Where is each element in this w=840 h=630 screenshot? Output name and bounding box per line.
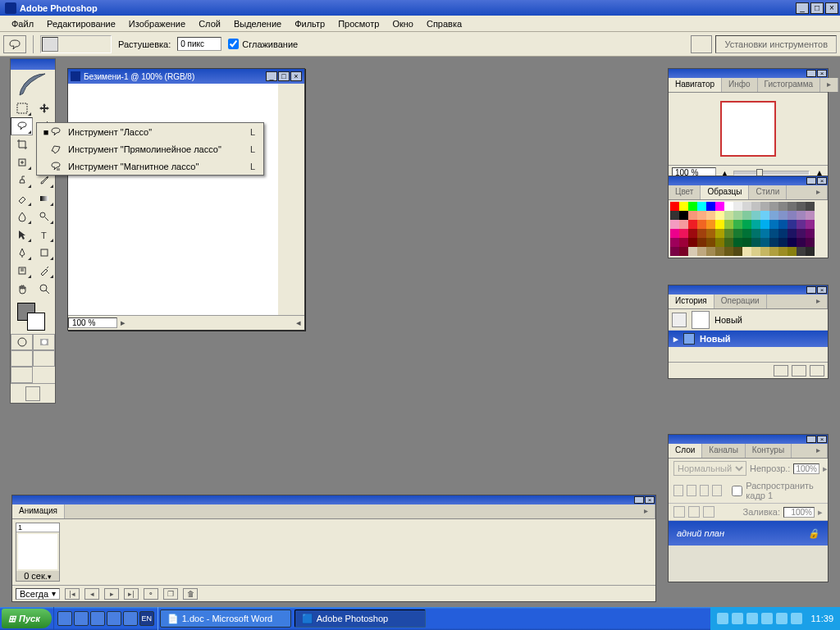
unify-visibility[interactable] <box>688 506 700 518</box>
panel-menu[interactable]: ▸ <box>820 78 838 92</box>
clock[interactable]: 11:39 <box>806 614 833 623</box>
doc-minimize[interactable]: _ <box>266 71 277 81</box>
swatch[interactable] <box>806 247 815 256</box>
swatch[interactable] <box>679 211 688 220</box>
first-frame[interactable]: |◂ <box>65 588 80 600</box>
standard-mode[interactable] <box>11 334 33 350</box>
tab-actions[interactable]: Операции <box>714 294 767 308</box>
selection-subtract[interactable] <box>76 37 93 52</box>
tab-animation[interactable]: Анимация <box>12 504 65 518</box>
tray-icon-2[interactable] <box>732 613 743 624</box>
swatch[interactable] <box>760 202 769 211</box>
swatch[interactable] <box>706 229 715 238</box>
menu-select[interactable]: Выделение <box>227 17 288 30</box>
frame-duration[interactable]: 0 сек.▾ <box>16 571 59 581</box>
fill-value[interactable]: 100% <box>783 507 815 518</box>
doc-scroll-left[interactable]: ◂ <box>293 317 304 328</box>
tab-navigator[interactable]: Навигатор <box>669 78 722 92</box>
dodge-tool[interactable] <box>33 208 55 226</box>
antialias-check[interactable] <box>228 39 239 49</box>
healing-brush-tool[interactable] <box>11 153 33 171</box>
panel-close[interactable]: × <box>817 286 827 294</box>
swatch[interactable] <box>742 211 751 220</box>
tab-swatches[interactable]: Образцы <box>701 185 749 199</box>
swatch[interactable] <box>751 220 760 229</box>
tab-styles[interactable]: Стили <box>749 185 787 199</box>
panel-min[interactable]: _ <box>806 70 816 77</box>
swatch[interactable] <box>760 229 769 238</box>
swatch[interactable] <box>742 229 751 238</box>
flyout-poly-lasso[interactable]: Инструмент "Прямолинейное лассо" L <box>37 140 263 158</box>
swatch[interactable] <box>697 238 706 247</box>
selection-add[interactable] <box>59 37 75 52</box>
menu-help[interactable]: Справка <box>420 17 468 30</box>
lock-pixels[interactable] <box>687 485 696 496</box>
panel-menu[interactable]: ▸ <box>810 185 828 199</box>
swatch[interactable] <box>679 202 688 211</box>
swatch[interactable] <box>788 238 797 247</box>
menu-view[interactable]: Просмотр <box>331 17 386 30</box>
feather-input[interactable] <box>177 37 221 51</box>
minimize-button[interactable]: _ <box>796 2 809 14</box>
delete-state[interactable] <box>810 365 824 377</box>
swatch[interactable] <box>670 229 679 238</box>
screen-full-menu[interactable] <box>33 350 55 367</box>
screen-standard[interactable] <box>11 350 33 367</box>
swatch[interactable] <box>778 229 788 238</box>
task-word[interactable]: 📄 1.doc - Microsoft Word <box>160 609 291 628</box>
swatch[interactable] <box>778 238 788 247</box>
history-step[interactable]: ▸ Новый <box>669 331 828 347</box>
panel-close[interactable]: × <box>817 436 827 443</box>
swatch[interactable] <box>670 220 679 229</box>
crop-tool[interactable] <box>11 135 33 153</box>
swatch[interactable] <box>778 202 788 211</box>
lock-transparency[interactable] <box>673 485 683 496</box>
swatch[interactable] <box>724 220 733 229</box>
swatch[interactable] <box>679 220 688 229</box>
panel-min[interactable]: _ <box>806 436 816 443</box>
swatch[interactable] <box>806 229 815 238</box>
notes-tool[interactable] <box>11 262 33 280</box>
swatch[interactable] <box>670 247 679 256</box>
zoom-tool[interactable] <box>33 280 55 298</box>
tab-layers[interactable]: Слои <box>669 444 702 458</box>
toolbox[interactable]: T <box>10 58 56 404</box>
swatch[interactable] <box>797 247 806 256</box>
swatch[interactable] <box>788 247 797 256</box>
doc-close[interactable]: × <box>290 71 302 81</box>
panel-min[interactable]: _ <box>634 496 644 504</box>
doc-maximize[interactable]: □ <box>278 71 290 81</box>
swatch[interactable] <box>760 238 769 247</box>
swatch[interactable] <box>688 211 697 220</box>
unify-position[interactable] <box>673 506 685 518</box>
swatch[interactable] <box>797 211 806 220</box>
swatch[interactable] <box>706 202 715 211</box>
opacity-arrow-icon[interactable]: ▸ <box>823 463 828 474</box>
swatch[interactable] <box>778 247 788 256</box>
swatch[interactable] <box>742 220 751 229</box>
start-button[interactable]: ⊞ Пуск <box>2 609 52 628</box>
swatch[interactable] <box>697 211 706 220</box>
panel-menu[interactable]: ▸ <box>810 444 828 458</box>
swatch[interactable] <box>733 211 742 220</box>
history-snapshot[interactable]: Новый <box>669 309 828 331</box>
tab-channels[interactable]: Каналы <box>702 444 746 458</box>
toolbox-header[interactable] <box>11 59 55 70</box>
swatch[interactable] <box>715 211 724 220</box>
next-frame[interactable]: ▸| <box>124 588 139 600</box>
close-button[interactable]: × <box>825 2 838 14</box>
background-color[interactable] <box>27 313 45 331</box>
swatch[interactable] <box>760 211 769 220</box>
swatch[interactable] <box>670 238 679 247</box>
swatch[interactable] <box>688 220 697 229</box>
swatch[interactable] <box>797 220 806 229</box>
eraser-tool[interactable] <box>11 189 33 208</box>
swatch[interactable] <box>706 247 715 256</box>
pen-tool[interactable] <box>11 244 33 262</box>
lasso-tool[interactable] <box>11 117 33 135</box>
swatch[interactable] <box>778 220 788 229</box>
swatch[interactable] <box>706 238 715 247</box>
swatch[interactable] <box>724 211 733 220</box>
flyout-magnetic-lasso[interactable]: Инструмент "Магнитное лассо" L <box>37 158 263 175</box>
swatch[interactable] <box>742 202 751 211</box>
